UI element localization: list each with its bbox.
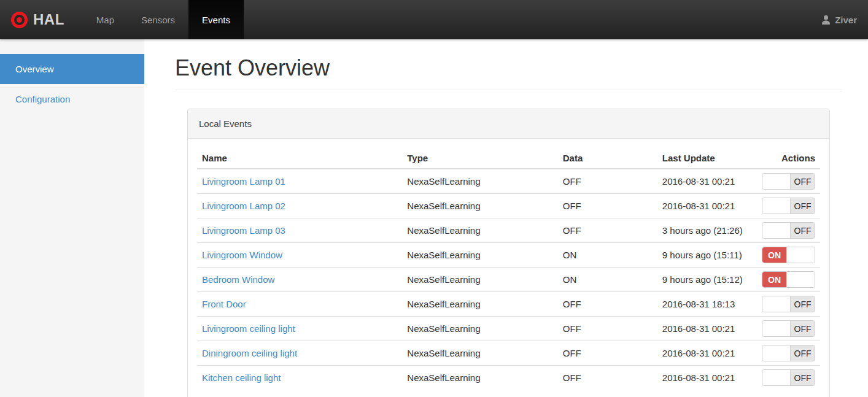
event-name-cell: Livingroom Lamp 02 xyxy=(197,194,402,218)
event-type-cell: NexaSelfLearning xyxy=(402,268,557,292)
switch-on-label: ON xyxy=(762,272,786,287)
events-table-body: Livingroom Lamp 01NexaSelfLearningOFF201… xyxy=(197,169,820,390)
event-toggle-switch[interactable]: OFF xyxy=(762,296,815,312)
event-last-update-cell: 2016-08-31 18:13 xyxy=(657,292,757,317)
event-type-cell: NexaSelfLearning xyxy=(402,341,557,366)
event-data-cell: OFF xyxy=(558,366,657,390)
event-last-update-cell: 2016-08-31 00:21 xyxy=(657,194,757,218)
event-actions-cell: OFF xyxy=(757,194,820,218)
event-data-cell: OFF xyxy=(558,341,657,366)
switch-handle xyxy=(762,345,791,361)
switch-handle xyxy=(762,321,791,336)
event-data-cell: ON xyxy=(558,268,657,292)
event-toggle-switch[interactable]: ON xyxy=(762,271,815,288)
panel-heading: Local Events xyxy=(188,109,829,139)
table-row: Front DoorNexaSelfLearningOFF2016-08-31 … xyxy=(197,292,820,317)
event-last-update-cell: 9 hours ago (15:11) xyxy=(657,243,757,268)
local-events-panel: Local Events Name Type Data Last Update … xyxy=(187,109,830,397)
panel-body: Name Type Data Last Update Actions Livin… xyxy=(188,139,829,397)
event-name-cell: Livingroom Lamp 01 xyxy=(197,169,402,194)
event-actions-cell: OFF xyxy=(757,169,820,194)
event-actions-cell: OFF xyxy=(757,218,820,243)
switch-handle xyxy=(762,223,791,238)
table-row: Livingroom ceiling lightNexaSelfLearning… xyxy=(197,317,820,341)
event-name-link[interactable]: Livingroom Window xyxy=(202,250,282,260)
event-last-update-cell: 2016-08-31 00:21 xyxy=(657,341,757,366)
event-data-cell: OFF xyxy=(558,317,657,341)
event-name-link[interactable]: Livingroom Lamp 02 xyxy=(202,201,285,211)
table-row: Livingroom Lamp 03NexaSelfLearningOFF3 h… xyxy=(197,218,820,243)
event-actions-cell: ON xyxy=(757,243,820,268)
event-toggle-switch[interactable]: OFF xyxy=(762,198,815,214)
event-toggle-switch[interactable]: OFF xyxy=(762,173,815,190)
event-last-update-cell: 9 hours ago (15:12) xyxy=(657,268,757,292)
event-toggle-switch[interactable]: OFF xyxy=(762,320,815,337)
event-name-cell: Livingroom Lamp 03 xyxy=(197,218,402,243)
event-name-link[interactable]: Front Door xyxy=(202,299,246,309)
event-data-cell: OFF xyxy=(558,292,657,317)
col-header-actions: Actions xyxy=(757,148,820,169)
brand-label: HAL xyxy=(33,11,64,28)
event-name-link[interactable]: Livingroom Lamp 03 xyxy=(202,225,285,236)
brand[interactable]: HAL xyxy=(0,0,73,39)
event-data-cell: OFF xyxy=(558,194,657,218)
event-type-cell: NexaSelfLearning xyxy=(402,366,557,390)
col-header-type: Type xyxy=(402,148,557,169)
event-type-cell: NexaSelfLearning xyxy=(402,292,557,317)
switch-off-label: OFF xyxy=(791,345,815,361)
event-name-link[interactable]: Bedroom Window xyxy=(202,274,274,285)
table-row: Bedroom WindowNexaSelfLearningON9 hours … xyxy=(197,268,820,292)
event-last-update-cell: 3 hours ago (21:26) xyxy=(657,218,757,243)
nav-item-map[interactable]: Map xyxy=(83,0,128,39)
event-toggle-switch[interactable]: OFF xyxy=(762,345,815,361)
event-name-cell: Kitchen ceiling light xyxy=(197,366,402,390)
switch-handle xyxy=(762,296,791,312)
event-type-cell: NexaSelfLearning xyxy=(402,194,557,218)
switch-handle xyxy=(762,198,791,214)
table-header-row: Name Type Data Last Update Actions xyxy=(197,148,820,169)
event-name-link[interactable]: Diningroom ceiling light xyxy=(202,348,297,358)
event-type-cell: NexaSelfLearning xyxy=(402,169,557,194)
events-table: Name Type Data Last Update Actions Livin… xyxy=(197,148,820,390)
user-menu[interactable]: Ziver xyxy=(810,0,868,39)
event-name-link[interactable]: Kitchen ceiling light xyxy=(202,372,281,383)
event-name-cell: Livingroom ceiling light xyxy=(197,317,402,341)
table-row: Kitchen ceiling lightNexaSelfLearningOFF… xyxy=(197,366,820,390)
switch-off-label: OFF xyxy=(791,223,815,238)
event-data-cell: ON xyxy=(558,243,657,268)
event-toggle-switch[interactable]: ON xyxy=(762,247,815,263)
switch-off-label: OFF xyxy=(791,296,815,312)
event-name-link[interactable]: Livingroom ceiling light xyxy=(202,323,295,334)
event-data-cell: OFF xyxy=(558,169,657,194)
event-actions-cell: ON xyxy=(757,268,820,292)
username-label: Ziver xyxy=(835,15,857,25)
sidebar: Overview Configuration xyxy=(0,39,144,397)
user-icon xyxy=(821,15,831,25)
col-header-name: Name xyxy=(197,148,402,169)
hal-logo-bullseye-icon xyxy=(11,12,28,28)
sidebar-item-configuration[interactable]: Configuration xyxy=(0,84,144,114)
switch-handle xyxy=(786,247,815,263)
main-nav: Map Sensors Events xyxy=(83,0,244,39)
table-row: Livingroom Lamp 02NexaSelfLearningOFF201… xyxy=(197,194,820,218)
event-toggle-switch[interactable]: OFF xyxy=(762,369,815,386)
event-toggle-switch[interactable]: OFF xyxy=(762,222,815,239)
event-name-cell: Front Door xyxy=(197,292,402,317)
page-title: Event Overview xyxy=(175,55,842,90)
switch-off-label: OFF xyxy=(791,198,815,214)
top-navbar: HAL Map Sensors Events Ziver xyxy=(0,0,868,39)
switch-handle xyxy=(786,272,815,287)
event-name-link[interactable]: Livingroom Lamp 01 xyxy=(202,176,285,187)
event-actions-cell: OFF xyxy=(757,317,820,341)
table-row: Livingroom Lamp 01NexaSelfLearningOFF201… xyxy=(197,169,820,194)
event-type-cell: NexaSelfLearning xyxy=(402,243,557,268)
sidebar-item-overview[interactable]: Overview xyxy=(0,54,144,84)
event-data-cell: OFF xyxy=(558,218,657,243)
event-name-cell: Bedroom Window xyxy=(197,268,402,292)
nav-item-events[interactable]: Events xyxy=(188,0,244,39)
col-header-last-update: Last Update xyxy=(657,148,757,169)
switch-off-label: OFF xyxy=(791,321,815,336)
switch-off-label: OFF xyxy=(791,370,815,385)
nav-item-sensors[interactable]: Sensors xyxy=(128,0,188,39)
event-actions-cell: OFF xyxy=(757,341,820,366)
